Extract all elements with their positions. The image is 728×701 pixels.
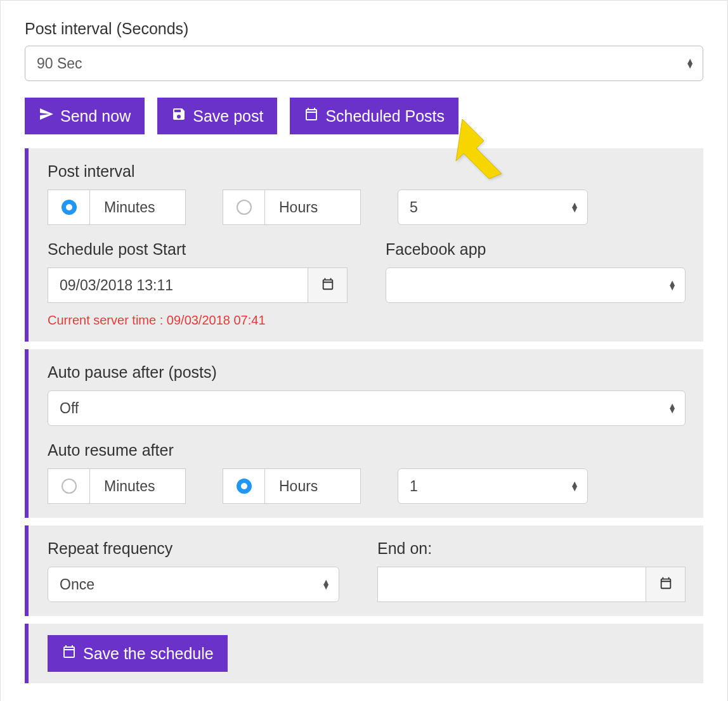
save-schedule-button[interactable]: Save the schedule <box>48 635 228 672</box>
schedule-start-calendar-button[interactable] <box>308 267 348 303</box>
facebook-app-col: Facebook app ▲▼ <box>386 240 686 328</box>
end-on-col: End on: <box>377 539 686 602</box>
resume-minutes-radio-group[interactable]: Minutes <box>48 468 186 504</box>
repeat-frequency-col: Repeat frequency Once ▲▼ <box>48 539 339 602</box>
radio-unchecked-icon <box>237 200 252 215</box>
calendar-icon <box>304 106 319 125</box>
post-interval-panel: Post interval Minutes Hours 5 ▲▼ <box>25 148 703 342</box>
post-interval-panel-label: Post interval <box>48 162 686 181</box>
resume-value-wrapper: 1 ▲▼ <box>398 468 588 504</box>
action-button-row: Send now Save post Scheduled Posts <box>25 98 703 134</box>
auto-pause-select-wrapper: Off ▲▼ <box>48 390 686 426</box>
auto-resume-radio-row: Minutes Hours 1 ▲▼ <box>48 468 686 504</box>
save-post-button[interactable]: Save post <box>157 98 277 134</box>
facebook-app-select-wrapper: ▲▼ <box>386 267 686 303</box>
save-icon <box>171 106 186 125</box>
scheduled-posts-button[interactable]: Scheduled Posts <box>290 98 458 134</box>
post-interval-seconds-select-wrapper: 90 Sec ▲▼ <box>25 46 703 81</box>
end-on-label: End on: <box>377 539 686 558</box>
schedule-start-input-group <box>48 267 348 303</box>
radio-checked-icon <box>62 200 77 215</box>
resume-hours-radio-group[interactable]: Hours <box>223 468 361 504</box>
radio-checked-icon <box>237 479 252 494</box>
save-schedule-panel: Save the schedule <box>25 624 703 683</box>
radio-unchecked-icon <box>62 479 77 494</box>
repeat-frequency-label: Repeat frequency <box>48 539 339 558</box>
resume-minutes-radio-box <box>48 469 90 503</box>
hours-radio-box <box>223 190 265 224</box>
hours-radio-group[interactable]: Hours <box>223 190 361 225</box>
repeat-panel: Repeat frequency Once ▲▼ End on: <box>25 525 703 616</box>
minutes-radio-group[interactable]: Minutes <box>48 190 186 225</box>
send-now-button[interactable]: Send now <box>25 98 145 134</box>
minutes-radio-box <box>48 190 90 224</box>
interval-value-wrapper: 5 ▲▼ <box>398 190 588 225</box>
schedule-start-input[interactable] <box>48 267 308 303</box>
form-container: Post interval (Seconds) 90 Sec ▲▼ Send n… <box>0 0 728 701</box>
schedule-start-row: Schedule post Start Current server time … <box>48 240 686 328</box>
minutes-radio-label: Minutes <box>90 199 185 216</box>
scheduled-posts-label: Scheduled Posts <box>325 107 445 125</box>
schedule-start-col: Schedule post Start Current server time … <box>48 240 348 328</box>
hours-radio-label: Hours <box>265 199 360 216</box>
end-on-calendar-button[interactable] <box>646 567 686 602</box>
auto-resume-label: Auto resume after <box>48 441 686 460</box>
save-post-label: Save post <box>193 107 263 125</box>
server-time-text: Current server time : 09/03/2018 07:41 <box>48 313 348 328</box>
resume-minutes-radio-label: Minutes <box>90 478 185 495</box>
send-now-label: Send now <box>60 107 131 125</box>
resume-value-select[interactable]: 1 <box>398 468 588 504</box>
resume-hours-radio-box <box>223 469 265 503</box>
save-schedule-label: Save the schedule <box>83 645 214 663</box>
repeat-frequency-select-wrapper: Once ▲▼ <box>48 567 339 602</box>
schedule-start-label: Schedule post Start <box>48 240 348 259</box>
calendar-icon <box>62 644 77 663</box>
end-on-input[interactable] <box>377 567 646 602</box>
repeat-row: Repeat frequency Once ▲▼ End on: <box>48 539 686 602</box>
post-interval-seconds-label: Post interval (Seconds) <box>25 20 703 38</box>
repeat-frequency-select[interactable]: Once <box>48 567 339 602</box>
calendar-icon <box>659 576 673 593</box>
facebook-app-label: Facebook app <box>386 240 686 259</box>
post-interval-radio-row: Minutes Hours 5 ▲▼ <box>48 190 686 225</box>
auto-pause-select[interactable]: Off <box>48 390 686 426</box>
calendar-icon <box>321 277 335 293</box>
auto-pause-label: Auto pause after (posts) <box>48 363 686 382</box>
interval-value-select[interactable]: 5 <box>398 190 588 225</box>
auto-pause-panel: Auto pause after (posts) Off ▲▼ Auto res… <box>25 349 703 518</box>
paper-plane-icon <box>39 106 54 125</box>
end-on-input-group <box>377 567 686 602</box>
resume-hours-radio-label: Hours <box>265 478 360 495</box>
post-interval-seconds-select[interactable]: 90 Sec <box>25 46 703 81</box>
facebook-app-select[interactable] <box>386 267 686 303</box>
